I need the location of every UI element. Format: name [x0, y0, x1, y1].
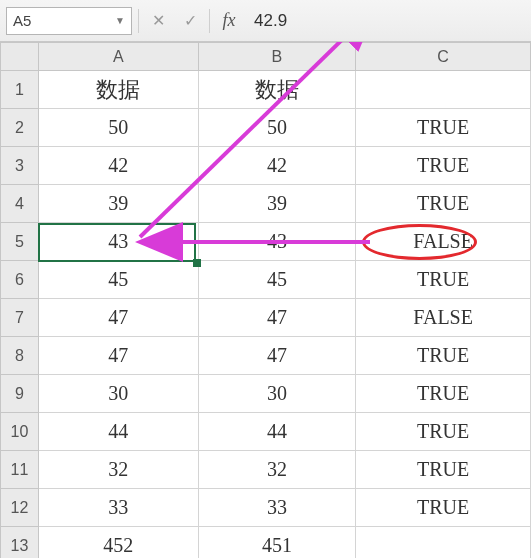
- table-row: 7 47 47 FALSE: [1, 299, 531, 337]
- cell-B6[interactable]: 45: [198, 261, 356, 299]
- cell-A12[interactable]: 33: [38, 489, 198, 527]
- cell-C13[interactable]: [356, 527, 531, 559]
- table-row: 13 452 451: [1, 527, 531, 559]
- cell-A1[interactable]: 数据: [38, 71, 198, 109]
- cell-A5[interactable]: 43: [38, 223, 198, 261]
- row-header[interactable]: 13: [1, 527, 39, 559]
- row-header[interactable]: 6: [1, 261, 39, 299]
- divider: [209, 9, 210, 33]
- cell-A8[interactable]: 47: [38, 337, 198, 375]
- divider: [138, 9, 139, 33]
- cell-A6[interactable]: 45: [38, 261, 198, 299]
- col-header-B[interactable]: B: [198, 43, 356, 71]
- cell-A9[interactable]: 30: [38, 375, 198, 413]
- row-header[interactable]: 12: [1, 489, 39, 527]
- col-header-A[interactable]: A: [38, 43, 198, 71]
- formula-input[interactable]: [248, 7, 525, 35]
- table-row: 2 50 50 TRUE: [1, 109, 531, 147]
- table-row: 9 30 30 TRUE: [1, 375, 531, 413]
- column-header-row: A B C: [1, 43, 531, 71]
- cell-C2[interactable]: TRUE: [356, 109, 531, 147]
- row-header[interactable]: 8: [1, 337, 39, 375]
- col-header-C[interactable]: C: [356, 43, 531, 71]
- cell-A4[interactable]: 39: [38, 185, 198, 223]
- row-header[interactable]: 4: [1, 185, 39, 223]
- row-header[interactable]: 9: [1, 375, 39, 413]
- cell-B11[interactable]: 32: [198, 451, 356, 489]
- table-row: 8 47 47 TRUE: [1, 337, 531, 375]
- table-row: 1 数据 数据: [1, 71, 531, 109]
- cell-B1[interactable]: 数据: [198, 71, 356, 109]
- row-header[interactable]: 7: [1, 299, 39, 337]
- cell-C12[interactable]: TRUE: [356, 489, 531, 527]
- cell-A11[interactable]: 32: [38, 451, 198, 489]
- cell-B4[interactable]: 39: [198, 185, 356, 223]
- cell-B5[interactable]: 43: [198, 223, 356, 261]
- cell-C5[interactable]: FALSE: [356, 223, 531, 261]
- cell-C7[interactable]: FALSE: [356, 299, 531, 337]
- chevron-down-icon[interactable]: ▼: [115, 15, 125, 26]
- row-header[interactable]: 5: [1, 223, 39, 261]
- row-header[interactable]: 3: [1, 147, 39, 185]
- cell-B12[interactable]: 33: [198, 489, 356, 527]
- cell-C9[interactable]: TRUE: [356, 375, 531, 413]
- table-row: 6 45 45 TRUE: [1, 261, 531, 299]
- table-row: 4 39 39 TRUE: [1, 185, 531, 223]
- cell-C8[interactable]: TRUE: [356, 337, 531, 375]
- table-row: 5 43 43 FALSE: [1, 223, 531, 261]
- cell-C4[interactable]: TRUE: [356, 185, 531, 223]
- select-all-corner[interactable]: [1, 43, 39, 71]
- cell-C6[interactable]: TRUE: [356, 261, 531, 299]
- cell-B13[interactable]: 451: [198, 527, 356, 559]
- confirm-icon[interactable]: ✓: [177, 8, 203, 34]
- cell-A7[interactable]: 47: [38, 299, 198, 337]
- table-row: 12 33 33 TRUE: [1, 489, 531, 527]
- fx-icon[interactable]: fx: [216, 8, 242, 34]
- cell-C10[interactable]: TRUE: [356, 413, 531, 451]
- formula-bar: A5 ▼ ✕ ✓ fx: [0, 0, 531, 42]
- cell-A2[interactable]: 50: [38, 109, 198, 147]
- table-row: 11 32 32 TRUE: [1, 451, 531, 489]
- spreadsheet-grid: A B C 1 数据 数据 2 50 50 TRUE 3 42 42 TRUE …: [0, 42, 531, 558]
- name-box[interactable]: A5 ▼: [6, 7, 132, 35]
- name-box-value: A5: [13, 12, 31, 29]
- cell-A13[interactable]: 452: [38, 527, 198, 559]
- cell-C3[interactable]: TRUE: [356, 147, 531, 185]
- cell-B10[interactable]: 44: [198, 413, 356, 451]
- cell-B3[interactable]: 42: [198, 147, 356, 185]
- cell-B8[interactable]: 47: [198, 337, 356, 375]
- row-header[interactable]: 11: [1, 451, 39, 489]
- cell-B2[interactable]: 50: [198, 109, 356, 147]
- cell-C11[interactable]: TRUE: [356, 451, 531, 489]
- row-header[interactable]: 1: [1, 71, 39, 109]
- cell-B9[interactable]: 30: [198, 375, 356, 413]
- row-header[interactable]: 10: [1, 413, 39, 451]
- table-row: 3 42 42 TRUE: [1, 147, 531, 185]
- table-row: 10 44 44 TRUE: [1, 413, 531, 451]
- cancel-icon[interactable]: ✕: [145, 8, 171, 34]
- row-header[interactable]: 2: [1, 109, 39, 147]
- cell-C1[interactable]: [356, 71, 531, 109]
- cell-A3[interactable]: 42: [38, 147, 198, 185]
- cell-B7[interactable]: 47: [198, 299, 356, 337]
- cell-A10[interactable]: 44: [38, 413, 198, 451]
